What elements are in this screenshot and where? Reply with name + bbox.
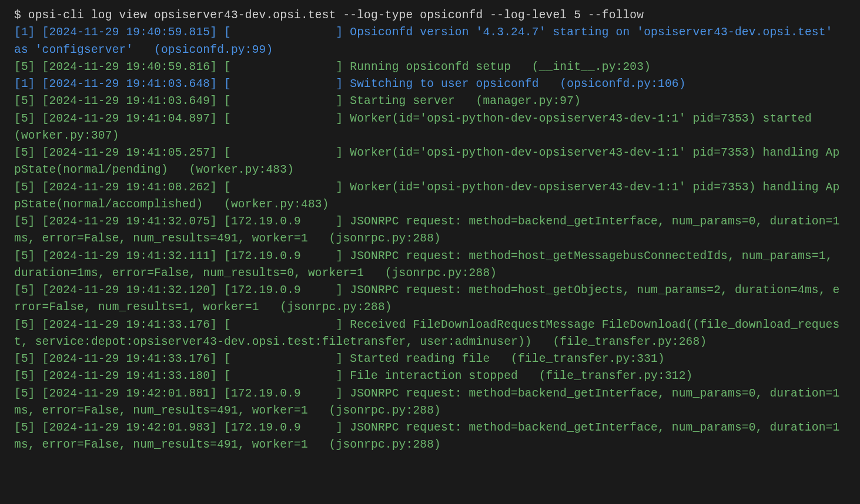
log-line: [1] [2024-11-29 19:41:03.648] [ ] Switch… xyxy=(14,76,846,93)
log-line: [5] [2024-11-29 19:41:32.120] [172.19.0.… xyxy=(14,282,846,317)
log-line: [5] [2024-11-29 19:41:32.075] [172.19.0.… xyxy=(14,213,846,248)
log-line: [5] [2024-11-29 19:41:33.180] [ ] File i… xyxy=(14,368,846,385)
log-line: [5] [2024-11-29 19:41:32.111] [172.19.0.… xyxy=(14,248,846,283)
log-line: [5] [2024-11-29 19:42:01.881] [172.19.0.… xyxy=(14,385,846,420)
log-line: [5] [2024-11-29 19:41:33.176] [ ] Starte… xyxy=(14,351,846,368)
log-line: [5] [2024-11-29 19:41:05.257] [ ] Worker… xyxy=(14,145,846,179)
log-line: [5] [2024-11-29 19:40:59.816] [ ] Runnin… xyxy=(14,59,846,76)
log-line: [5] [2024-11-29 19:41:04.897] [ ] Worker… xyxy=(14,110,846,145)
log-line: [5] [2024-11-29 19:41:08.262] [ ] Worker… xyxy=(14,179,846,214)
log-line: [5] [2024-11-29 19:42:01.983] [172.19.0.… xyxy=(14,419,846,454)
log-line: [5] [2024-11-29 19:41:33.176] [ ] Receiv… xyxy=(14,317,846,351)
log-line: [5] [2024-11-29 19:41:03.649] [ ] Starti… xyxy=(14,93,846,110)
log-line: [1] [2024-11-29 19:40:59.815] [ ] Opsico… xyxy=(14,24,846,59)
command-prompt: $ opsi-cli log view opsiserver43-dev.ops… xyxy=(14,7,846,24)
log-output: [1] [2024-11-29 19:40:59.815] [ ] Opsico… xyxy=(14,24,846,453)
